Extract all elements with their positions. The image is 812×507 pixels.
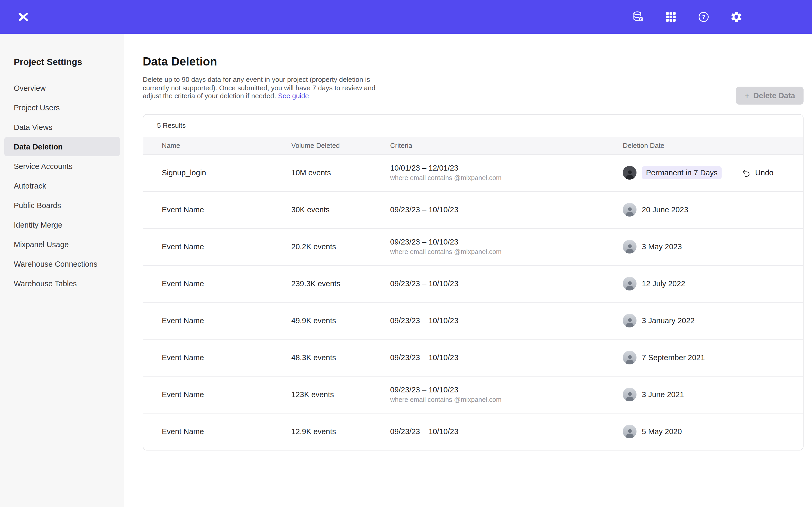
row-event-name: Event Name [162, 236, 291, 257]
sidebar-item-overview[interactable]: Overview [4, 78, 120, 98]
sidebar-item-label: Public Boards [14, 201, 61, 209]
app: ? Project Settings Overview Project User… [0, 0, 812, 507]
criteria-date-range: 09/23/23 – 10/10/23 [390, 386, 617, 394]
top-icon-group: ? [631, 10, 743, 24]
sidebar-item-autotrack[interactable]: Autotrack [4, 176, 120, 195]
undo-icon [742, 168, 751, 177]
criteria-filter: where email contains @mixpanel.com [390, 174, 617, 182]
delete-data-button[interactable]: + Delete Data [736, 87, 804, 105]
user-avatar [623, 203, 637, 217]
deletion-status: 3 January 2022 [642, 316, 695, 325]
undo-button[interactable]: Undo [742, 168, 773, 177]
row-deletion-date: 3 January 2022 [623, 307, 793, 334]
sidebar-item-label: Overview [14, 84, 46, 92]
table-row: Signup_login 10M events 10/01/23 – 12/01… [143, 154, 803, 191]
sidebar-item-mixpanel-usage[interactable]: Mixpanel Usage [4, 234, 120, 254]
sidebar-item-identity-merge[interactable]: Identity Merge [4, 215, 120, 234]
row-criteria: 09/23/23 – 10/10/23 where email contains… [390, 379, 623, 410]
results-count: 5 Results [143, 114, 803, 136]
sidebar: Project Settings Overview Project Users … [0, 34, 124, 507]
sidebar-item-label: Data Deletion [14, 142, 63, 151]
criteria-date-range: 09/23/23 – 10/10/23 [390, 206, 617, 214]
row-criteria: 10/01/23 – 12/01/23 where email contains… [390, 157, 623, 188]
row-deletion-date: 12 July 2022 [623, 270, 793, 297]
sidebar-item-data-views[interactable]: Data Views [4, 117, 120, 137]
sidebar-item-label: Identity Merge [14, 221, 62, 229]
deletion-status: 7 September 2021 [642, 353, 705, 362]
user-avatar [623, 425, 637, 438]
sidebar-item-warehouse-tables[interactable]: Warehouse Tables [4, 274, 120, 293]
row-volume-deleted: 123K events [291, 384, 390, 405]
plus-icon: + [744, 91, 750, 100]
sidebar-item-warehouse-connections[interactable]: Warehouse Connections [4, 254, 120, 274]
top-bar: ? [0, 0, 812, 34]
row-deletion-date: 7 September 2021 [623, 344, 793, 371]
deletion-status: 5 May 2020 [642, 427, 682, 436]
sidebar-item-label: Service Accounts [14, 162, 72, 170]
row-deletion-date: Permanent in 7 Days Undo [623, 160, 793, 186]
row-criteria: 09/23/23 – 10/10/23 [390, 273, 623, 294]
row-criteria: 09/23/23 – 10/10/23 where email contains… [390, 231, 623, 262]
user-avatar [623, 314, 637, 327]
row-deletion-date: 5 May 2020 [623, 418, 793, 445]
user-avatar [623, 277, 637, 290]
sidebar-item-label: Warehouse Tables [14, 279, 77, 288]
see-guide-link[interactable]: See guide [278, 92, 309, 100]
criteria-date-range: 09/23/23 – 10/10/23 [390, 279, 617, 288]
deletion-status: 12 July 2022 [642, 279, 685, 288]
delete-data-label: Delete Data [753, 91, 795, 100]
data-management-icon[interactable] [631, 10, 645, 24]
table-row: Event Name 20.2K events 09/23/23 – 10/10… [143, 228, 803, 265]
criteria-date-range: 10/01/23 – 12/01/23 [390, 164, 617, 172]
deletion-table-card: 5 Results Name Volume Deleted Criteria D… [143, 114, 804, 450]
help-icon[interactable]: ? [697, 10, 711, 24]
sidebar-item-project-users[interactable]: Project Users [4, 98, 120, 117]
column-header-volume: Volume Deleted [291, 141, 390, 149]
table-row: Event Name 30K events 09/23/23 – 10/10/2… [143, 191, 803, 228]
criteria-date-range: 09/23/23 – 10/10/23 [390, 353, 617, 362]
sidebar-item-public-boards[interactable]: Public Boards [4, 195, 120, 215]
sidebar-item-label: Project Users [14, 103, 60, 112]
row-event-name: Event Name [162, 273, 291, 294]
criteria-date-range: 09/23/23 – 10/10/23 [390, 316, 617, 325]
row-volume-deleted: 10M events [291, 162, 390, 183]
table-row: Event Name 49.9K events 09/23/23 – 10/10… [143, 302, 803, 339]
main-content: Data Deletion Delete up to 90 days data … [124, 34, 812, 507]
user-avatar [623, 351, 637, 364]
row-criteria: 09/23/23 – 10/10/23 [390, 199, 623, 220]
row-event-name: Event Name [162, 310, 291, 331]
criteria-date-range: 09/23/23 – 10/10/23 [390, 427, 617, 436]
column-header-name: Name [162, 141, 291, 149]
settings-gear-icon[interactable] [729, 10, 743, 24]
sidebar-item-label: Autotrack [14, 181, 46, 190]
sidebar-item-label: Warehouse Connections [14, 260, 98, 268]
sidebar-item-data-deletion[interactable]: Data Deletion [4, 137, 120, 156]
row-event-name: Event Name [162, 421, 291, 442]
sidebar-item-label: Mixpanel Usage [14, 240, 69, 248]
column-header-criteria: Criteria [390, 141, 623, 149]
row-volume-deleted: 30K events [291, 199, 390, 220]
row-deletion-date: 20 June 2023 [623, 196, 793, 223]
row-deletion-date: 3 June 2021 [623, 381, 793, 408]
row-volume-deleted: 12.9K events [291, 421, 390, 442]
row-criteria: 09/23/23 – 10/10/23 [390, 310, 623, 331]
row-event-name: Event Name [162, 384, 291, 405]
sidebar-nav: Overview Project Users Data Views Data D… [0, 78, 124, 293]
row-event-name: Event Name [162, 347, 291, 368]
row-event-name: Signup_login [162, 162, 291, 183]
user-avatar [623, 240, 637, 253]
table-header-row: Name Volume Deleted Criteria Deletion Da… [143, 136, 803, 154]
description-text: Delete up to 90 days data for any event … [143, 75, 375, 100]
row-volume-deleted: 239.3K events [291, 273, 390, 294]
criteria-filter: where email contains @mixpanel.com [390, 248, 617, 256]
sidebar-item-service-accounts[interactable]: Service Accounts [4, 156, 120, 176]
row-criteria: 09/23/23 – 10/10/23 [390, 421, 623, 442]
sidebar-title: Project Settings [0, 57, 124, 68]
apps-grid-icon[interactable] [664, 10, 678, 24]
undo-label: Undo [755, 168, 773, 177]
sidebar-item-label: Data Views [14, 123, 52, 131]
svg-text:?: ? [702, 14, 705, 20]
page-title: Data Deletion [143, 55, 804, 69]
mixpanel-logo-icon[interactable] [17, 11, 30, 23]
deletion-status: Permanent in 7 Days [642, 166, 722, 179]
